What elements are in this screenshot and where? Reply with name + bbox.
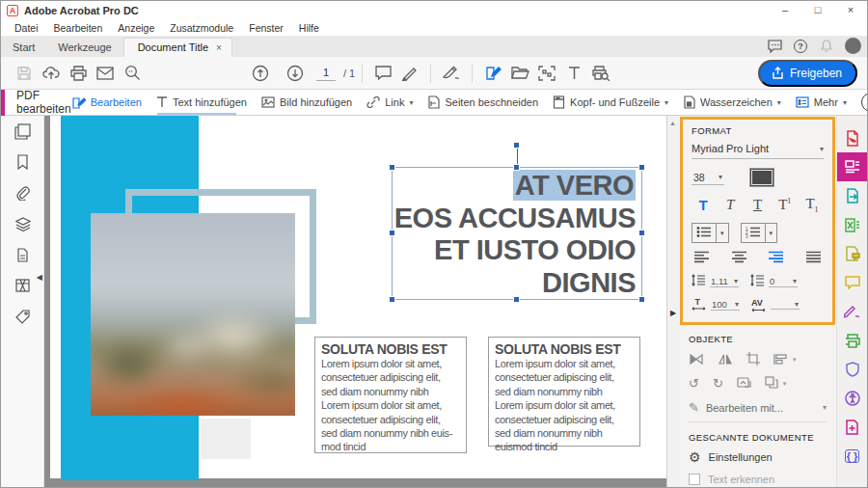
align-right-button[interactable]: [768, 251, 784, 265]
arrange-caret-icon[interactable]: ▾: [783, 380, 787, 388]
save-icon[interactable]: [11, 62, 38, 85]
open-folder-icon[interactable]: [506, 62, 533, 85]
maximize-button[interactable]: □: [801, 1, 834, 20]
resize-handle-s[interactable]: [513, 296, 520, 303]
align-center-button[interactable]: [731, 251, 747, 265]
bearbeiten-mit-button[interactable]: ✎ Bearbeiten mit... ▾: [689, 399, 827, 422]
align-left-button[interactable]: [693, 251, 710, 265]
flip-horizontal-button[interactable]: [718, 353, 733, 367]
fill-sign-tool-icon[interactable]: [837, 297, 867, 326]
attachments-icon[interactable]: [1, 177, 44, 208]
pdf-page[interactable]: AT VERO EOS ACCUSAMUS ET IUSTO ODIO DIGN…: [50, 116, 666, 478]
convert-spreadsheet-tool-icon[interactable]: [837, 210, 867, 239]
signature-pen-icon[interactable]: [438, 62, 465, 85]
superscript-button[interactable]: T1: [774, 197, 796, 213]
text-erkennen-option[interactable]: Text erkennen: [689, 474, 827, 485]
minimize-button[interactable]: –: [769, 1, 801, 20]
selected-text[interactable]: AT VERO: [513, 170, 636, 201]
menu-datei[interactable]: Datei: [7, 22, 46, 34]
scan-tool-icon[interactable]: [837, 326, 867, 355]
print-preview-icon[interactable]: [587, 62, 614, 85]
seiten-beschneiden-button[interactable]: Seiten beschneiden: [427, 95, 538, 109]
font-family-select[interactable]: Myriad Pro Light ▾: [692, 143, 824, 159]
menu-fenster[interactable]: Fenster: [241, 22, 291, 34]
bookmarks-icon[interactable]: [1, 147, 44, 177]
resize-handle-sw[interactable]: [389, 296, 395, 303]
italic-button[interactable]: T: [719, 197, 741, 213]
numbered-list-button[interactable]: 123 ▾: [741, 223, 778, 243]
tab-document-title[interactable]: Document Title ×: [123, 38, 232, 57]
layers-icon[interactable]: [1, 208, 44, 239]
headline-text[interactable]: AT VERO EOS ACCUSAMUS ET IUSTO ODIO DIGN…: [387, 170, 636, 299]
bullet-list-button[interactable]: ▾: [692, 223, 729, 243]
export-pdf-tool-icon[interactable]: [837, 181, 867, 210]
text-hinzufuegen-button[interactable]: Text hinzufügen: [156, 96, 247, 108]
cloud-upload-icon[interactable]: [38, 62, 65, 85]
rotation-handle[interactable]: [513, 142, 520, 149]
horizontal-scale-select[interactable]: 100 ▾: [711, 299, 740, 311]
menu-bearbeiten[interactable]: Bearbeiten: [46, 22, 111, 34]
comment-page-tool-icon[interactable]: [837, 239, 867, 268]
destinations-icon[interactable]: [1, 239, 44, 270]
menu-hilfe[interactable]: Hilfe: [291, 22, 327, 34]
comment-tool-icon[interactable]: [837, 268, 867, 297]
font-size-select[interactable]: 38 ▾: [692, 171, 724, 185]
close-window-button[interactable]: ×: [834, 1, 867, 20]
tags-icon[interactable]: [1, 301, 44, 332]
comment-icon[interactable]: [369, 62, 396, 85]
resize-handle-e[interactable]: [638, 230, 645, 236]
flip-vertical-button[interactable]: [689, 353, 704, 367]
tab-close-icon[interactable]: ×: [216, 42, 222, 53]
organize-pages-tool-icon[interactable]: [837, 413, 867, 442]
subscript-button[interactable]: T1: [801, 196, 823, 214]
align-objects-caret-icon[interactable]: ▾: [793, 356, 797, 364]
edit-pdf-tool-icon[interactable]: [479, 62, 506, 85]
bullet-list-caret-icon[interactable]: ▾: [717, 224, 728, 242]
accessibility-tool-icon[interactable]: [837, 384, 867, 413]
add-text-icon[interactable]: [560, 62, 587, 85]
arrange-button[interactable]: [765, 376, 778, 391]
line-spacing-select[interactable]: 1,11 ▾: [710, 276, 739, 287]
mehr-button[interactable]: Mehr ▾: [796, 96, 847, 108]
rotate-left-button[interactable]: ↺: [689, 377, 699, 390]
email-icon[interactable]: [92, 62, 119, 85]
create-pdf-tool-icon[interactable]: [837, 123, 867, 152]
kerning-select[interactable]: ▾: [771, 300, 800, 310]
kopf-fusszeile-button[interactable]: Kopf- und Fußzeile ▾: [553, 95, 668, 109]
edit-pdf-tool-active-icon[interactable]: [837, 152, 867, 181]
resize-handle-ne[interactable]: [638, 164, 645, 171]
text-erkennen-checkbox[interactable]: [689, 474, 700, 485]
link-button[interactable]: Link ▾: [366, 96, 413, 108]
panel-scrollbar[interactable]: ▲ ▶: [666, 116, 679, 487]
schliessen-button[interactable]: Schließen: [861, 93, 868, 112]
page-thumbnails-icon[interactable]: [1, 116, 44, 147]
freigeben-button[interactable]: Freigeben: [758, 60, 857, 87]
scroll-up-icon[interactable]: ▲: [669, 120, 676, 126]
menu-anzeige[interactable]: Anzeige: [110, 22, 162, 34]
align-justify-button[interactable]: [805, 251, 822, 265]
align-objects-button[interactable]: [773, 353, 788, 367]
menu-zusatzmodule[interactable]: Zusatzmodule: [162, 22, 241, 34]
previous-page-icon[interactable]: [247, 62, 274, 85]
tab-werkzeuge[interactable]: Werkzeuge: [46, 39, 122, 57]
page-number-input[interactable]: [316, 66, 336, 81]
javascript-tool-icon[interactable]: { }: [837, 442, 867, 471]
resize-handle-n[interactable]: [513, 164, 520, 171]
print-icon[interactable]: [65, 62, 92, 85]
numbered-list-caret-icon[interactable]: ▾: [766, 224, 777, 242]
rotate-right-button[interactable]: ↻: [713, 377, 723, 390]
tab-start[interactable]: Start: [1, 39, 46, 57]
wasserzeichen-button[interactable]: Wasserzeichen ▾: [683, 95, 781, 109]
highlighter-icon[interactable]: [396, 62, 423, 85]
search-icon[interactable]: [119, 62, 146, 85]
document-photo[interactable]: [91, 213, 295, 416]
document-canvas[interactable]: AT VERO EOS ACCUSAMUS ET IUSTO ODIO DIGN…: [44, 116, 666, 487]
text-box-2[interactable]: SOLUTA NOBIS EST Lorem ipsum dolor sit a…: [488, 337, 640, 447]
bild-hinzufuegen-button[interactable]: Bild hinzufügen: [261, 96, 352, 108]
user-avatar[interactable]: [845, 38, 861, 54]
feedback-comment-icon[interactable]: [767, 38, 783, 54]
help-icon[interactable]: ?: [794, 40, 807, 53]
next-page-icon[interactable]: [282, 62, 309, 85]
resize-handle-nw[interactable]: [389, 164, 395, 171]
resize-handle-w[interactable]: [389, 230, 395, 236]
